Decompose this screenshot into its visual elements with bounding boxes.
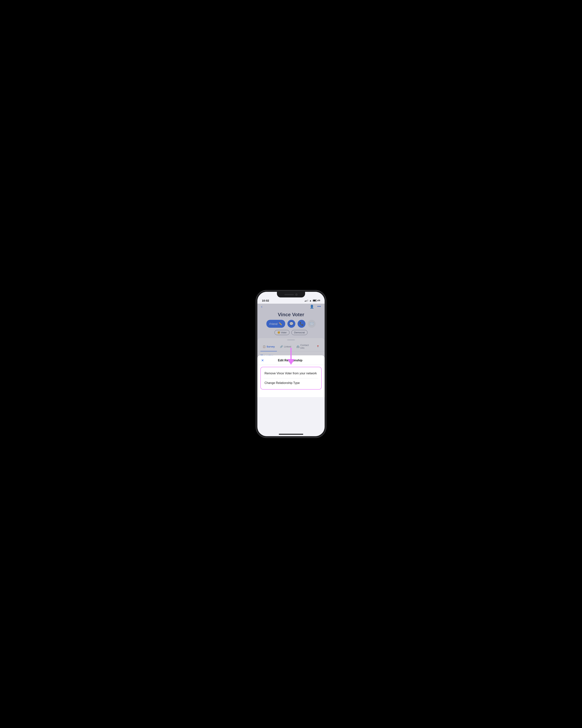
signal-icon — [305, 300, 308, 302]
remove-from-network-option[interactable]: Remove Vince Voter from your network — [264, 369, 318, 378]
sheet-title: Edit Relationship — [264, 359, 316, 362]
sheet-header: ✕ Edit Relationship — [257, 355, 325, 365]
wifi-icon: ▲ — [309, 299, 312, 302]
change-type-label: Change Relationship Type — [265, 381, 300, 385]
front-camera — [295, 293, 298, 296]
bottom-sheet: ✕ Edit Relationship Remove Vince Voter f… — [257, 355, 325, 397]
sheet-close-button[interactable]: ✕ — [261, 358, 264, 363]
home-indicator — [279, 434, 303, 435]
status-time: 10:02 — [262, 299, 269, 302]
change-relationship-type-option[interactable]: Change Relationship Type — [264, 378, 318, 388]
speaker — [284, 294, 294, 295]
phone-frame: 10:02 ▲ 89 — [256, 291, 326, 437]
battery-icon: 89 — [313, 300, 320, 302]
status-icons: ▲ 89 — [305, 299, 320, 302]
notch — [277, 292, 305, 297]
battery-level: 89 — [318, 300, 320, 302]
phone-screen: 10:02 ▲ 89 — [257, 292, 325, 436]
sheet-options-list: Remove Vince Voter from your network Cha… — [260, 367, 322, 390]
remove-option-label: Remove Vince Voter from your network — [265, 372, 317, 375]
